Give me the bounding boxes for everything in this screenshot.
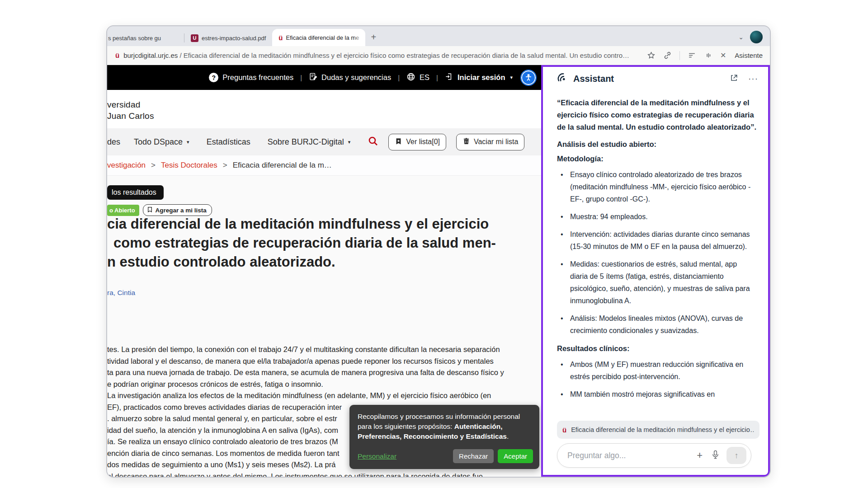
breadcrumb-current: Eficacia diferencial de la m… <box>233 161 332 170</box>
tab-partial[interactable]: s pestañas sobre gu <box>107 30 184 46</box>
equalizer-icon[interactable] <box>704 51 712 60</box>
assistant-logo-icon <box>557 72 568 85</box>
bullet-item: Análisis: Modelos lineales mixtos (ANOVA… <box>557 312 756 337</box>
input-placeholder: Preguntar algo... <box>567 451 692 460</box>
chevron-down-icon: ▾ <box>348 139 351 145</box>
assistant-response: “Eficacia diferencial de la meditación m… <box>557 90 756 434</box>
bookmark-star-icon[interactable] <box>647 51 656 60</box>
author-link[interactable]: ra, Cintia <box>107 289 135 297</box>
bullet-item: Medidas: cuestionarios de estrés, salud … <box>557 258 756 307</box>
bullet-item: MM también mostró mejoras significativas… <box>557 388 756 400</box>
assistant-heading-method: Metodología: <box>557 153 756 164</box>
login-icon <box>445 72 453 83</box>
bookmark-icon <box>395 137 402 147</box>
tab-list-chevron-icon[interactable]: ⌄ <box>738 33 744 41</box>
accessibility-icon[interactable] <box>521 70 536 85</box>
back-to-results-button[interactable]: los resultados <box>107 185 164 200</box>
more-options-icon[interactable]: ··· <box>748 74 758 84</box>
tab-bar: s pestañas sobre gu U estres-impacto-sal… <box>107 26 770 46</box>
new-tab-button[interactable]: + <box>371 32 376 42</box>
globe-icon <box>406 72 415 83</box>
assistant-input[interactable]: Preguntar algo... + ↑ <box>557 443 751 468</box>
bullet-item: Ensayo clínico controlado aleatorizado d… <box>557 169 756 205</box>
nav2-communities[interactable]: des <box>107 137 120 147</box>
assistant-quote: “Eficacia diferencial de la meditación m… <box>557 97 756 133</box>
breadcrumb-link-theses[interactable]: Tesis Doctorales <box>161 161 217 170</box>
assistant-heading-results: Resultados clínicos: <box>557 343 756 354</box>
share-link-icon[interactable] <box>663 51 672 60</box>
breadcrumb: vestigación > Tesis Doctorales > Eficaci… <box>107 155 541 176</box>
nav2-about[interactable]: Sobre BURJC-Digital▾ <box>268 137 351 147</box>
tab-active[interactable]: ü Eficacia diferencial de la me <box>272 29 365 46</box>
tab-label: s pestañas sobre gu <box>108 35 161 42</box>
page-title: cia diferencial de la meditación mindful… <box>107 215 496 272</box>
clear-list-button[interactable]: Vaciar mi lista <box>456 134 524 150</box>
reject-button[interactable]: Rechazar <box>453 449 494 463</box>
bullet-item: Muestra: 94 empleados. <box>557 211 756 223</box>
cookie-consent-dialog: Recopilamos y procesamos su información … <box>349 405 539 469</box>
chevron-down-icon: ▾ <box>510 75 513 80</box>
profile-avatar[interactable] <box>750 31 763 43</box>
browser-window: s pestañas sobre gu U estres-impacto-sal… <box>106 25 771 478</box>
context-chip[interactable]: ü Eficacia diferencial de la meditación … <box>557 421 760 439</box>
site-navbar: ? Preguntas frecuentes | Dudas y sugeren… <box>107 65 541 90</box>
tab-pdf[interactable]: U estres-impacto-salud.pdf <box>184 30 272 46</box>
assistant-heading-analysis: Análisis del estudio abierto: <box>557 139 756 150</box>
nav-login[interactable]: Iniciar sesión ▾ <box>445 72 513 83</box>
assistant-toolbar-label[interactable]: Asistente <box>735 52 763 59</box>
mic-icon[interactable] <box>707 450 724 461</box>
breadcrumb-link-research[interactable]: vestigación <box>107 161 146 170</box>
pdf-favicon-icon: U <box>191 34 198 42</box>
urjc-favicon-icon: ü <box>562 427 566 433</box>
open-external-icon[interactable] <box>730 74 738 84</box>
nav-language[interactable]: ES <box>406 72 429 83</box>
reading-list-icon[interactable] <box>688 51 696 60</box>
address-toolbar: ü burjcdigital.urjc.es / Eficacia difere… <box>107 46 770 65</box>
dspace-navbar: des Todo DSpace▾ Estadísticas Sobre BURJ… <box>107 128 541 155</box>
nav2-stats[interactable]: Estadísticas <box>207 137 250 147</box>
bullet-item: Ambos (MM y EF) muestran reducción signi… <box>557 358 756 383</box>
assistant-panel: Assistant ··· “Eficacia diferencial de l… <box>541 65 770 477</box>
customize-link[interactable]: Personalizar <box>358 452 396 460</box>
site-viewport: ? Preguntas frecuentes | Dudas y sugeren… <box>107 65 541 477</box>
send-icon[interactable]: ↑ <box>726 447 746 464</box>
method-bullet-list: Ensayo clínico controlado aleatorizado d… <box>557 169 756 337</box>
tab-label: Eficacia diferencial de la me <box>286 34 359 41</box>
plus-icon[interactable]: + <box>692 450 707 461</box>
feedback-icon <box>309 72 317 83</box>
results-bullet-list: Ambos (MM y EF) muestran reducción signi… <box>557 358 756 400</box>
address-bar[interactable]: ü burjcdigital.urjc.es / Eficacia difere… <box>115 52 641 59</box>
search-icon[interactable] <box>368 136 378 149</box>
close-assistant-icon[interactable]: ✕ <box>720 51 726 60</box>
tab-label: estres-impacto-salud.pdf <box>202 35 266 42</box>
bullet-item: Intervención: actividades diarias durant… <box>557 228 756 253</box>
open-access-badge: o Abierto <box>107 205 139 216</box>
item-page: los resultados o Abierto Agregar a mi li… <box>107 176 541 477</box>
urjc-favicon-icon: ü <box>278 34 283 41</box>
university-logo[interactable]: versidad Juan Carlos <box>107 99 154 122</box>
nav-feedback[interactable]: Dudas y sugerencias <box>309 72 391 83</box>
urjc-favicon-icon: ü <box>115 52 119 59</box>
view-list-button[interactable]: Ver lista[0] <box>388 134 446 150</box>
accept-button[interactable]: Aceptar <box>498 449 533 463</box>
question-icon: ? <box>209 73 218 82</box>
nav2-dspace[interactable]: Todo DSpace▾ <box>134 137 189 147</box>
assistant-title: Assistant <box>573 74 614 84</box>
chevron-down-icon: ▾ <box>187 139 189 145</box>
site-header: versidad Juan Carlos <box>107 90 541 128</box>
assistant-header: Assistant ··· <box>543 67 768 90</box>
nav-faq[interactable]: ? Preguntas frecuentes <box>209 73 293 82</box>
url-domain: burjcdigital.urjc.es <box>123 52 178 59</box>
trash-icon <box>462 137 470 147</box>
url-path: / Eficacia diferencial de la meditación … <box>178 52 629 59</box>
bookmark-icon <box>147 206 153 214</box>
